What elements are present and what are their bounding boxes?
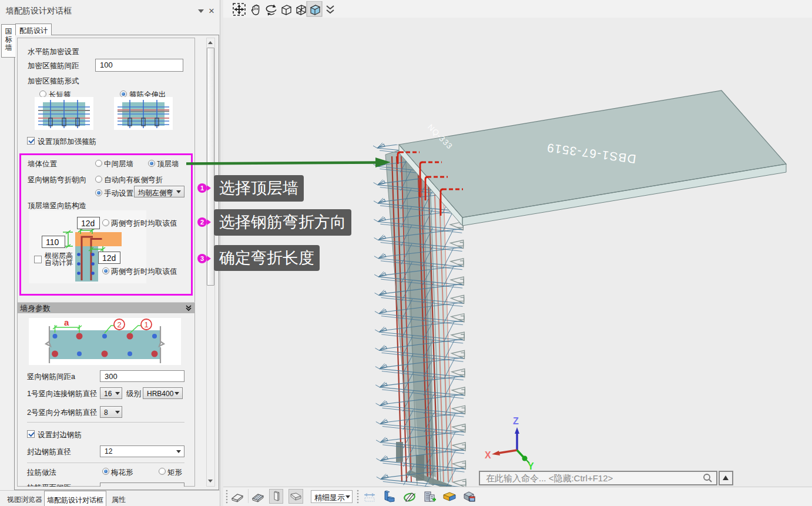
svg-text:a: a [64, 318, 69, 327]
svg-text:Z: Z [513, 416, 519, 426]
svg-text:Y: Y [528, 461, 534, 471]
svg-text:2: 2 [117, 320, 121, 329]
svg-text:X: X [485, 450, 491, 460]
svg-text:1: 1 [144, 320, 148, 329]
